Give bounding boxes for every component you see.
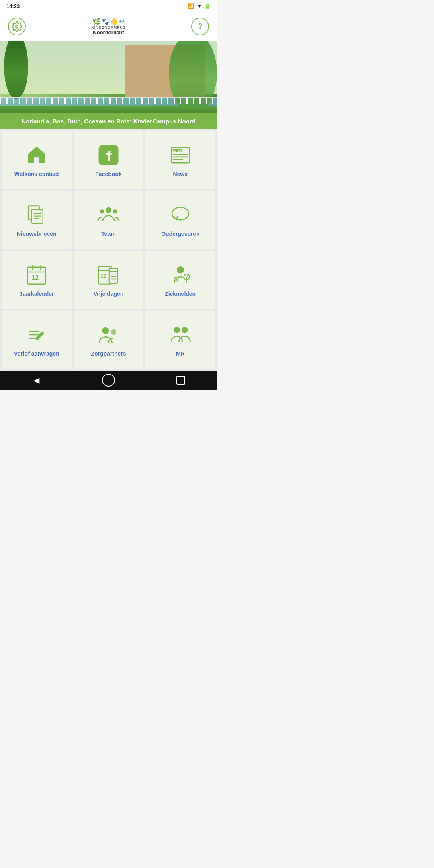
partners-icon [97, 323, 120, 346]
hero-caption: Norlandia, Bos, Duin, Oceaan en Rots: Ki… [0, 113, 217, 129]
svg-point-41 [174, 327, 180, 333]
logo-name: Noorderlicht [93, 29, 124, 35]
svg-point-16 [172, 207, 189, 220]
hero-tree-left [4, 41, 28, 105]
svg-point-14 [100, 209, 104, 214]
menu-item-mr[interactable]: MR [145, 311, 215, 369]
mr-icon [169, 323, 192, 346]
svg-text:NEWS: NEWS [173, 149, 183, 153]
nav-recent-button[interactable] [172, 371, 190, 389]
menu-label-ziekmelden: Ziekmelden [165, 290, 196, 297]
menu-label-zorgpartners: Zorgpartners [91, 350, 126, 357]
menu-label-verlof: Verlof aanvragen [14, 350, 59, 357]
home-icon [25, 144, 48, 166]
back-icon: ◀ [33, 375, 39, 385]
nav-back-button[interactable]: ◀ [27, 371, 45, 389]
svg-point-40 [111, 329, 116, 335]
hero-grass [0, 106, 217, 114]
menu-label-facebook: Facebook [95, 170, 121, 178]
home-circle-icon [102, 374, 115, 387]
hero-fence [0, 97, 217, 104]
question-icon: ? [198, 22, 202, 31]
menu-label-vrije-dagen: Vrije dagen [94, 290, 124, 297]
menu-label-welkom: Welkom/ contact [14, 170, 59, 178]
news-icon: NEWS [169, 144, 192, 166]
menu-item-verlof[interactable]: Verlof aanvragen [2, 311, 72, 369]
menu-item-facebook[interactable]: Facebook [74, 131, 144, 189]
team-icon [97, 204, 120, 226]
logo-icons: 🌿 🐾 👋 ↩ [92, 18, 124, 25]
menu-label-news: News [173, 170, 188, 178]
menu-label-mr: MR [176, 350, 185, 357]
svg-point-0 [16, 25, 18, 28]
nav-home-button[interactable] [100, 371, 117, 389]
menu-item-vrije-dagen[interactable]: 12 Vrije dagen [74, 251, 144, 309]
svg-point-39 [102, 327, 109, 334]
menu-item-ziekmelden[interactable]: ? Ziekmelden [145, 251, 215, 309]
svg-point-13 [106, 207, 111, 213]
svg-rect-25 [109, 269, 118, 284]
settings-button[interactable] [8, 18, 26, 35]
signal-icon: 📶 [188, 3, 194, 9]
status-icons: 📶 ▼ 🔋 [188, 3, 211, 9]
app-logo: 🌿 🐾 👋 ↩ KINDERCAMPUS Noorderlicht [91, 18, 126, 35]
svg-point-30 [177, 266, 184, 274]
chat-icon [169, 204, 192, 226]
menu-item-zorgpartners[interactable]: Zorgpartners [74, 311, 144, 369]
menu-item-oudergesprek[interactable]: Oudergesprek [145, 191, 215, 249]
sick-icon: ? [169, 264, 192, 286]
svg-text:12: 12 [32, 274, 39, 281]
gear-icon [12, 21, 22, 32]
menu-label-oudergesprek: Oudergesprek [161, 230, 199, 237]
svg-text:12: 12 [101, 273, 106, 279]
menu-label-nieuwsbrieven: Nieuwsbrieven [17, 230, 57, 237]
status-bar: 14:23 📶 ▼ 🔋 [0, 0, 217, 12]
menu-label-team: Team [101, 230, 116, 237]
svg-point-15 [113, 209, 117, 214]
menu-item-nieuwsbrieven[interactable]: Nieuwsbrieven [2, 191, 72, 249]
menu-item-news[interactable]: NEWS News [145, 131, 215, 189]
facebook-icon [97, 144, 120, 166]
menu-label-jaarkalender: Jaarkalender [19, 290, 54, 297]
menu-item-welkom[interactable]: Welkom/ contact [2, 131, 72, 189]
menu-grid: Welkom/ contact Facebook NEWS News Nieuw… [0, 129, 217, 371]
calendar2-icon: 12 [97, 264, 120, 286]
calendar-icon: 12 [25, 264, 48, 286]
svg-text:?: ? [185, 275, 188, 280]
document-icon [25, 204, 48, 226]
bottom-nav: ◀ [0, 371, 217, 390]
recent-icon [176, 376, 185, 385]
logo-sub: KINDERCAMPUS [91, 25, 126, 29]
svg-point-42 [181, 327, 188, 333]
status-time: 14:23 [6, 3, 20, 9]
help-button[interactable]: ? [191, 18, 209, 35]
menu-item-team[interactable]: Team [74, 191, 144, 249]
header: 🌿 🐾 👋 ↩ KINDERCAMPUS Noorderlicht ? [0, 12, 217, 41]
menu-item-jaarkalender[interactable]: 12 Jaarkalender [2, 251, 72, 309]
wifi-icon: ▼ [197, 3, 202, 9]
battery-icon: 🔋 [204, 3, 211, 9]
hero-banner: Norlandia, Bos, Duin, Oceaan en Rots: Ki… [0, 41, 217, 129]
pencil-icon [25, 323, 48, 346]
